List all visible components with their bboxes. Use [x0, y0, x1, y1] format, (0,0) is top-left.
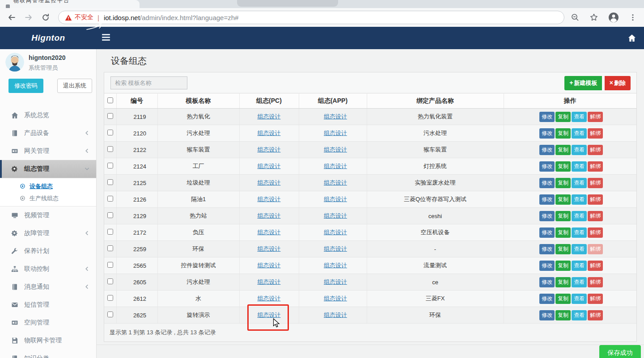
config-pc-link[interactable]: 组态设计: [258, 196, 281, 202]
row-checkbox[interactable]: [107, 278, 113, 284]
config-pc-link[interactable]: 组态设计: [258, 229, 281, 236]
edit-button[interactable]: 修改: [539, 211, 555, 221]
view-button[interactable]: 查看: [572, 310, 587, 320]
copy-button[interactable]: 复制: [555, 194, 571, 205]
view-button[interactable]: 查看: [572, 178, 587, 188]
profile-avatar-icon[interactable]: [608, 12, 619, 23]
copy-button[interactable]: 复制: [555, 145, 571, 155]
bookmark-star-icon[interactable]: [589, 13, 598, 22]
row-checkbox[interactable]: [107, 163, 113, 168]
browser-tab-inactive[interactable]: [237, 0, 338, 7]
config-pc-link[interactable]: 组态设计: [258, 295, 281, 302]
search-input[interactable]: [110, 76, 187, 89]
reload-icon[interactable]: [40, 12, 51, 23]
change-password-button[interactable]: 修改密码: [8, 79, 43, 93]
copy-button[interactable]: 复制: [555, 128, 571, 139]
new-template-button[interactable]: +新建模板: [564, 76, 602, 90]
config-pc-link[interactable]: 组态设计: [258, 130, 281, 136]
unbind-button[interactable]: 解绑: [588, 178, 603, 188]
config-app-link[interactable]: 组态设计: [324, 179, 347, 186]
copy-button[interactable]: 复制: [555, 211, 571, 221]
edit-button[interactable]: 修改: [539, 128, 555, 139]
config-app-link[interactable]: 组态设计: [324, 196, 347, 202]
sidebar-item[interactable]: 消息通知: [0, 278, 97, 296]
copy-button[interactable]: 复制: [555, 244, 571, 254]
copy-button[interactable]: 复制: [555, 227, 571, 238]
config-pc-link[interactable]: 组态设计: [258, 262, 281, 269]
sidebar-item[interactable]: 知识分类: [0, 350, 97, 358]
sidebar-item[interactable]: 组态管理: [0, 160, 97, 178]
sidebar-item[interactable]: 系统总览: [0, 106, 97, 124]
config-app-link[interactable]: 组态设计: [324, 130, 347, 136]
config-app-link[interactable]: 组态设计: [324, 295, 347, 302]
sidebar-item[interactable]: 产品设备: [0, 124, 97, 142]
config-pc-link[interactable]: 组态设计: [258, 146, 281, 153]
copy-button[interactable]: 复制: [555, 161, 571, 172]
config-app-link[interactable]: 组态设计: [324, 113, 347, 120]
edit-button[interactable]: 修改: [539, 145, 555, 155]
row-checkbox[interactable]: [107, 146, 113, 152]
row-checkbox[interactable]: [107, 312, 113, 317]
row-checkbox[interactable]: [107, 179, 113, 185]
edit-button[interactable]: 修改: [539, 178, 555, 188]
unbind-button[interactable]: 解绑: [588, 261, 603, 271]
view-button[interactable]: 查看: [572, 161, 587, 172]
view-button[interactable]: 查看: [572, 244, 587, 254]
row-checkbox[interactable]: [107, 245, 113, 251]
row-checkbox[interactable]: [107, 130, 113, 135]
view-button[interactable]: 查看: [572, 128, 587, 139]
view-button[interactable]: 查看: [572, 277, 587, 287]
sidebar-item[interactable]: 视频管理: [0, 206, 97, 224]
row-checkbox[interactable]: [107, 113, 113, 119]
config-pc-link[interactable]: 组态设计: [258, 113, 281, 120]
unbind-button[interactable]: 解绑: [588, 112, 603, 122]
browser-menu-icon[interactable]: [629, 13, 637, 21]
unbind-button[interactable]: 解绑: [588, 161, 603, 172]
copy-button[interactable]: 复制: [555, 261, 571, 271]
sidebar-item[interactable]: 短信管理: [0, 296, 97, 314]
edit-button[interactable]: 修改: [539, 244, 555, 254]
config-app-link[interactable]: 组态设计: [324, 146, 347, 153]
select-all-checkbox[interactable]: [107, 97, 113, 103]
config-pc-link[interactable]: 组态设计: [258, 163, 281, 169]
row-checkbox[interactable]: [107, 212, 113, 218]
forward-icon[interactable]: [23, 12, 34, 23]
config-app-link[interactable]: 组态设计: [324, 262, 347, 269]
sidebar-subitem[interactable]: 生产线组态: [0, 192, 97, 204]
edit-button[interactable]: 修改: [539, 294, 555, 304]
unbind-button[interactable]: 解绑: [588, 294, 603, 304]
config-pc-link[interactable]: 组态设计: [258, 245, 281, 252]
zoom-out-icon[interactable]: [571, 13, 580, 22]
view-button[interactable]: 查看: [572, 145, 587, 155]
view-button[interactable]: 查看: [572, 194, 587, 205]
config-pc-link[interactable]: 组态设计: [258, 278, 281, 285]
sidebar-item[interactable]: 保养计划: [0, 242, 97, 260]
unbind-button[interactable]: 解绑: [588, 211, 603, 221]
edit-button[interactable]: 修改: [539, 194, 555, 205]
view-button[interactable]: 查看: [572, 294, 587, 304]
view-button[interactable]: 查看: [572, 211, 587, 221]
sidebar-item[interactable]: 故障管理: [0, 224, 97, 242]
edit-button[interactable]: 修改: [539, 277, 555, 287]
config-app-link[interactable]: 组态设计: [324, 312, 347, 318]
copy-button[interactable]: 复制: [555, 294, 571, 304]
edit-button[interactable]: 修改: [539, 227, 555, 238]
unbind-button[interactable]: 解绑: [588, 244, 603, 254]
sidebar-item[interactable]: 空间管理: [0, 314, 97, 332]
unbind-button[interactable]: 解绑: [588, 227, 603, 238]
unbind-button[interactable]: 解绑: [588, 145, 603, 155]
unbind-button[interactable]: 解绑: [588, 194, 603, 205]
home-icon[interactable]: [628, 34, 636, 42]
view-button[interactable]: 查看: [572, 227, 587, 238]
view-button[interactable]: 查看: [572, 112, 587, 122]
sidebar-item[interactable]: 网关管理: [0, 142, 97, 160]
back-icon[interactable]: [6, 12, 17, 23]
sidebar-item[interactable]: 联动控制: [0, 260, 97, 278]
unbind-button[interactable]: 解绑: [588, 310, 603, 320]
edit-button[interactable]: 修改: [539, 161, 555, 172]
row-checkbox[interactable]: [107, 229, 113, 235]
logout-button[interactable]: 退出系统: [57, 79, 92, 93]
config-pc-link[interactable]: 组态设计: [258, 312, 281, 318]
sidebar-toggle-icon[interactable]: [102, 34, 110, 41]
unbind-button[interactable]: 解绑: [588, 128, 603, 139]
